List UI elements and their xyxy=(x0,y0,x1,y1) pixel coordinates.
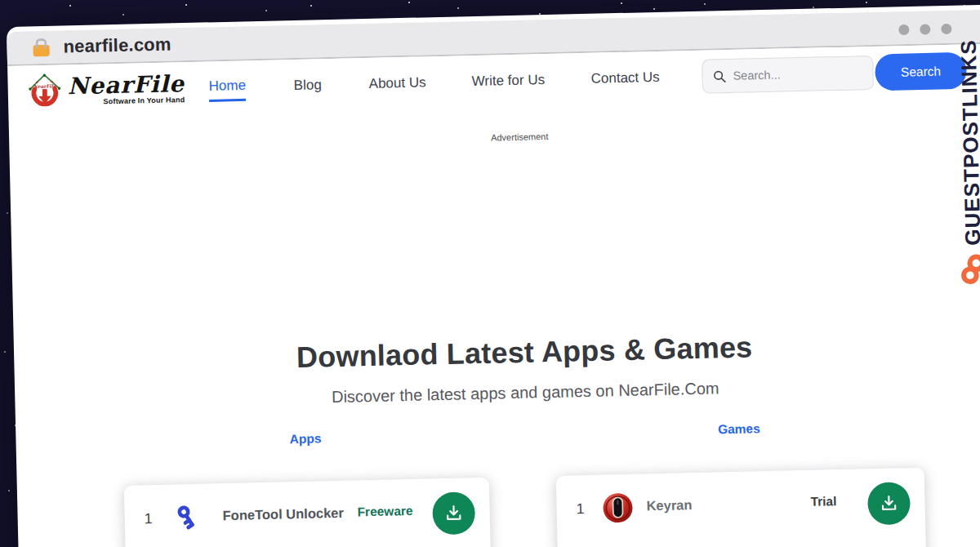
logo-title: NearFile xyxy=(67,73,185,98)
search-input[interactable] xyxy=(733,66,863,82)
nearfile-logo-icon: NearFile xyxy=(25,72,64,110)
tab-apps[interactable]: Apps xyxy=(122,428,488,451)
app-name-link[interactable]: FoneTool Unlocker xyxy=(222,505,344,523)
blue-key-icon xyxy=(173,502,202,534)
rank-number: 1 xyxy=(144,510,152,527)
search-box xyxy=(702,56,874,94)
download-button[interactable] xyxy=(867,482,911,525)
window-control-dot[interactable] xyxy=(941,24,951,34)
logo-tagline: Software In Your Hand xyxy=(103,96,185,105)
window-control-dot[interactable] xyxy=(920,24,930,34)
search-icon xyxy=(712,69,726,83)
license-badge: Trial xyxy=(810,494,836,509)
red-mouse-icon xyxy=(602,492,634,524)
download-button[interactable] xyxy=(432,491,475,535)
advertisement-label: Advertisement xyxy=(9,121,980,153)
guestpostlinks-watermark: GUESTPOSTLINKS xyxy=(945,39,980,287)
download-icon xyxy=(443,502,465,524)
tab-games[interactable]: Games xyxy=(555,418,923,441)
svg-text:NearFile: NearFile xyxy=(33,83,56,89)
nav-write-for-us[interactable]: Write for Us xyxy=(471,72,545,90)
nav-blog[interactable]: Blog xyxy=(293,77,321,94)
nav-about-us[interactable]: About Us xyxy=(368,74,425,92)
page-content: Advertisement Downlaod Latest Apps & Gam… xyxy=(9,96,980,547)
games-section: Games 1 xyxy=(555,418,926,547)
rank-number: 1 xyxy=(576,500,584,518)
list-item-game[interactable]: 1 xyxy=(556,468,927,547)
game-name-link[interactable]: Keyran xyxy=(646,497,692,514)
browser-window: nearfile.com NearFile xyxy=(7,2,980,547)
guestpostlinks-label: GUESTPOSTLINKS xyxy=(956,39,980,246)
download-icon xyxy=(878,492,900,514)
nav-home[interactable]: Home xyxy=(208,78,246,102)
nav-contact-us[interactable]: Contact Us xyxy=(590,69,660,87)
lock-icon xyxy=(33,44,50,56)
window-control-dot[interactable] xyxy=(898,24,909,35)
page-title: Downlaod Latest Apps & Games xyxy=(14,324,980,381)
chain-link-icon xyxy=(958,253,980,287)
listing-columns: Apps 1 FoneTool Unlocker Free xyxy=(122,418,926,547)
apps-section: Apps 1 FoneTool Unlocker Free xyxy=(122,428,491,547)
url-text[interactable]: nearfile.com xyxy=(63,33,172,57)
license-badge: Freeware xyxy=(357,504,412,520)
window-controls xyxy=(898,24,951,35)
list-item-app[interactable]: 1 FoneTool Unlocker Freeware xyxy=(124,478,492,547)
nearfile-logo[interactable]: NearFile NearFile Software In Your Hand xyxy=(25,69,185,110)
scene: nearfile.com NearFile xyxy=(0,0,980,547)
page-subtitle: Discover the latest apps and games on Ne… xyxy=(15,372,980,414)
